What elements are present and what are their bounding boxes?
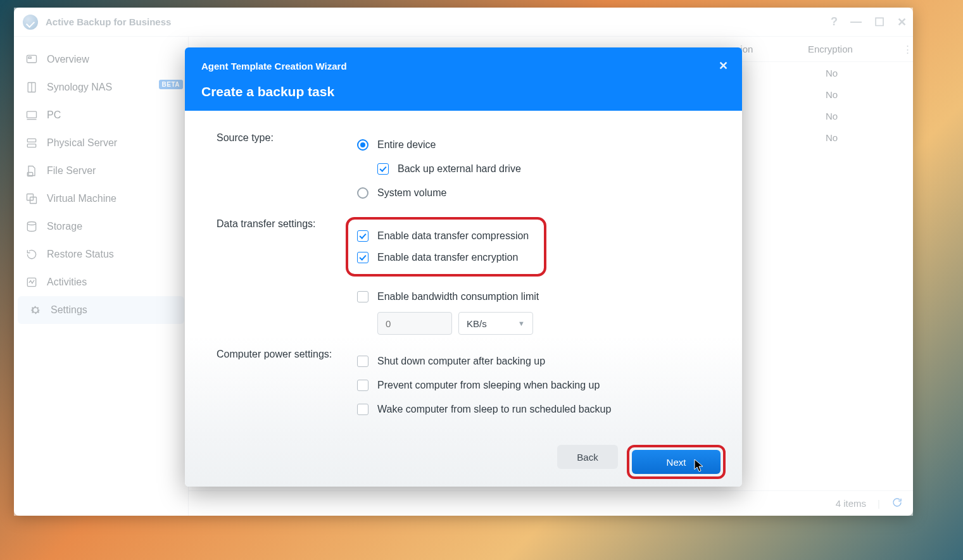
- wizard-name: Agent Template Creation Wizard: [201, 61, 347, 72]
- checkbox-prevent-sleep[interactable]: Prevent computer from sleeping when back…: [357, 376, 710, 394]
- chevron-down-icon: ▼: [518, 320, 525, 327]
- checkbox-icon: [357, 380, 368, 391]
- radio-entire-device[interactable]: Entire device: [357, 136, 710, 154]
- annotation-highlight-next: Next: [627, 445, 726, 479]
- bandwidth-value-input: [377, 312, 452, 335]
- checkbox-icon: [357, 356, 368, 367]
- checkbox-bandwidth-limit[interactable]: Enable bandwidth consumption limit: [357, 288, 710, 306]
- option-label: Wake computer from sleep to run schedule…: [377, 404, 611, 415]
- option-label: Enable data transfer compression: [377, 230, 529, 242]
- checkbox-shutdown[interactable]: Shut down computer after backing up: [357, 352, 710, 370]
- checkbox-icon: [377, 163, 389, 175]
- option-label: System volume: [377, 187, 446, 199]
- bandwidth-unit-select[interactable]: KB/s ▼: [458, 312, 533, 335]
- checkbox-icon: [357, 252, 368, 263]
- close-icon[interactable]: ✕: [719, 59, 728, 73]
- annotation-highlight-transfer: Enable data transfer compression Enable …: [346, 217, 546, 277]
- label-source-type: Source type:: [217, 130, 357, 144]
- checkbox-encryption[interactable]: Enable data transfer encryption: [357, 249, 529, 266]
- modal-body: Source type: Entire device Back up exter…: [185, 111, 742, 433]
- unit-label: KB/s: [467, 318, 487, 329]
- app-window: Active Backup for Business ? — ☐ ✕ Overv…: [14, 8, 913, 516]
- modal-header: Agent Template Creation Wizard ✕ Create …: [185, 47, 742, 111]
- radio-system-volume[interactable]: System volume: [357, 184, 710, 202]
- checkbox-compression[interactable]: Enable data transfer compression: [357, 227, 529, 245]
- back-button[interactable]: Back: [557, 445, 618, 469]
- checkbox-wake[interactable]: Wake computer from sleep to run schedule…: [357, 401, 710, 418]
- checkbox-icon: [357, 291, 368, 302]
- checkbox-external-drive[interactable]: Back up external hard drive: [377, 160, 710, 178]
- next-button[interactable]: Next: [632, 450, 721, 474]
- modal-footer: Back Next: [185, 433, 742, 487]
- modal-overlay: Agent Template Creation Wizard ✕ Create …: [14, 8, 913, 516]
- option-label: Prevent computer from sleeping when back…: [377, 380, 600, 391]
- radio-icon: [357, 139, 368, 151]
- checkbox-icon: [357, 230, 368, 242]
- option-label: Enable data transfer encryption: [377, 252, 518, 263]
- label-power-settings: Computer power settings:: [217, 346, 357, 360]
- option-label: Shut down computer after backing up: [377, 356, 545, 367]
- option-label: Back up external hard drive: [398, 163, 521, 175]
- option-label: Enable bandwidth consumption limit: [377, 291, 539, 302]
- modal-title: Create a backup task: [201, 84, 728, 99]
- wizard-modal: Agent Template Creation Wizard ✕ Create …: [185, 47, 742, 487]
- checkbox-icon: [357, 404, 368, 415]
- option-label: Entire device: [377, 139, 436, 151]
- radio-icon: [357, 187, 368, 199]
- label-data-transfer: Data transfer settings:: [217, 216, 357, 230]
